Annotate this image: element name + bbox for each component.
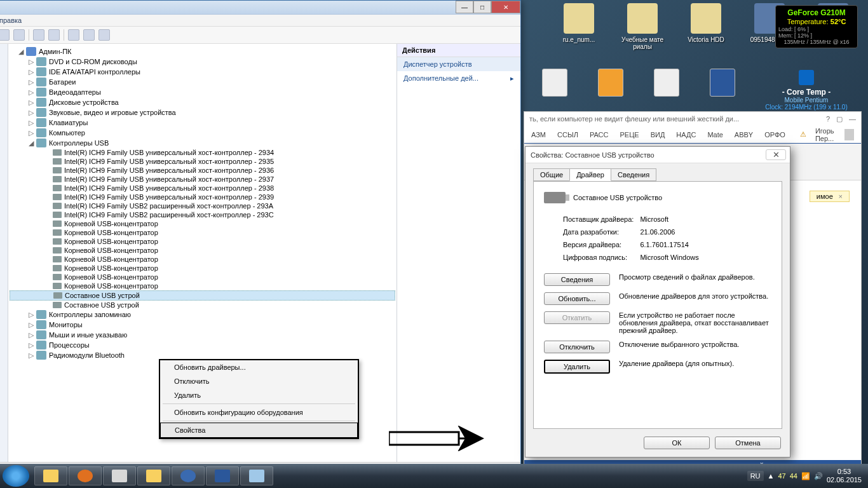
desktop-icon[interactable]: Учебные материалы bbox=[620, 3, 665, 50]
tree-item[interactable]: ◢Админ-ПК bbox=[10, 46, 395, 57]
taskbar-firefox[interactable] bbox=[69, 466, 102, 485]
taskbar-folder[interactable] bbox=[137, 466, 170, 485]
ribbon-tab[interactable]: АЗМ bbox=[528, 131, 549, 139]
minimize-icon[interactable]: — bbox=[849, 115, 856, 123]
tree-item[interactable]: ▷DVD и CD-ROM дисководы bbox=[10, 57, 395, 67]
context-menu-item[interactable]: Обновить конфигурацию оборудования bbox=[160, 405, 358, 419]
help-icon[interactable]: ? bbox=[826, 115, 830, 123]
tree-item[interactable]: Корневой USB-концентратор bbox=[10, 237, 395, 246]
tree-item[interactable]: ▷Процессоры bbox=[10, 340, 395, 350]
tree-item[interactable]: Корневой USB-концентратор bbox=[10, 273, 395, 281]
taskbar-word[interactable] bbox=[206, 466, 239, 485]
tree-item[interactable]: Корневой USB-концентратор bbox=[10, 281, 395, 290]
dialog-titlebar[interactable]: Свойства: Составное USB устройство ✕ bbox=[526, 147, 790, 163]
avatar[interactable] bbox=[844, 129, 854, 140]
tree-item[interactable]: Корневой USB-концентратор bbox=[10, 228, 395, 237]
start-button[interactable] bbox=[3, 465, 29, 487]
tree-item[interactable]: ▷Батареи bbox=[10, 77, 395, 87]
tree-item[interactable]: Intel(R) ICH9 Family USB2 расширенный хо… bbox=[10, 210, 395, 219]
dialog-tab[interactable]: Сведения bbox=[611, 168, 656, 181]
driver-action-button[interactable]: Удалить bbox=[544, 360, 610, 374]
tree-item[interactable]: ▷Контроллеры запоминаю bbox=[10, 309, 395, 320]
maximize-button[interactable]: □ bbox=[473, 1, 491, 13]
tray-lang[interactable]: RU bbox=[747, 471, 764, 481]
tree-item[interactable]: Intel(R) ICH9 Family USB2 расширенный хо… bbox=[10, 201, 395, 210]
driver-action-button[interactable]: Откатить bbox=[544, 311, 610, 324]
tree-item[interactable]: ▷Звуковые, видео и игровые устройства bbox=[10, 107, 395, 118]
window-titlebar[interactable]: — □ ✕ bbox=[0, 1, 520, 15]
tray-flag-icon[interactable]: ▲ bbox=[768, 472, 775, 480]
taskbar-explorer[interactable] bbox=[34, 466, 67, 485]
close-button[interactable]: ✕ bbox=[491, 1, 520, 13]
dialog-tab[interactable]: Общие bbox=[533, 168, 570, 181]
context-menu-item[interactable]: Обновить драйверы... bbox=[160, 360, 358, 374]
tree-item[interactable]: Корневой USB-концентратор bbox=[10, 255, 395, 264]
file-icon[interactable] bbox=[705, 69, 740, 104]
driver-action-button[interactable]: Сведения bbox=[544, 273, 610, 286]
tree-item[interactable]: Корневой USB-концентратор bbox=[10, 219, 395, 228]
file-icon[interactable] bbox=[649, 69, 684, 104]
driver-action-desc: Отключение выбранного устройства. bbox=[619, 341, 771, 348]
context-menu-item[interactable]: Свойства bbox=[160, 423, 358, 438]
tree-item[interactable]: Intel(R) ICH9 Family USB универсальный х… bbox=[10, 193, 395, 201]
tree-item[interactable]: ◢Контроллеры USB bbox=[10, 138, 395, 148]
tray-volume-icon[interactable]: 🔊 bbox=[814, 472, 823, 480]
tree-item[interactable]: ▷Мониторы bbox=[10, 320, 395, 330]
tray-network-icon[interactable]: 📶 bbox=[801, 472, 810, 480]
gpu-clock: 135MHz / 135MHz @ x16 bbox=[778, 39, 855, 45]
toolbar-fwd-icon[interactable] bbox=[13, 29, 25, 41]
ribbon-toggle-icon[interactable]: ▢ bbox=[836, 115, 843, 123]
tree-item[interactable]: Составное USB устрой bbox=[10, 301, 395, 309]
taskbar-paint[interactable] bbox=[103, 466, 136, 485]
tray-clock[interactable]: 0:53 02.06.2015 bbox=[827, 468, 862, 484]
driver-action-button[interactable]: Обновить... bbox=[544, 292, 610, 305]
desktop-icon[interactable]: ru.e_num... bbox=[557, 3, 601, 50]
toolbar-back-icon[interactable] bbox=[0, 29, 10, 41]
ribbon-tab[interactable]: РАСС bbox=[587, 131, 612, 139]
tree-item[interactable]: Intel(R) ICH9 Family USB универсальный х… bbox=[10, 175, 395, 184]
cancel-button[interactable]: Отмена bbox=[715, 437, 781, 449]
tree-item[interactable]: ▷IDE ATA/ATAPI контроллеры bbox=[10, 67, 395, 77]
file-icon[interactable] bbox=[593, 69, 628, 104]
tree-item[interactable]: Составное USB устрой bbox=[10, 290, 395, 301]
file-icon[interactable] bbox=[538, 69, 572, 104]
toolbar-update-icon[interactable] bbox=[83, 29, 95, 41]
tree-item[interactable]: Intel(R) ICH9 Family USB универсальный х… bbox=[10, 184, 395, 193]
word-user[interactable]: Игорь Пер... bbox=[812, 127, 842, 142]
toolbar-refresh-icon[interactable] bbox=[68, 29, 79, 41]
tree-item[interactable]: Intel(R) ICH9 Family USB универсальный х… bbox=[10, 148, 395, 157]
tree-item[interactable]: ▷Клавиатуры bbox=[10, 118, 395, 128]
minimize-button[interactable]: — bbox=[456, 1, 473, 13]
taskbar-thunderbird[interactable] bbox=[172, 466, 205, 485]
ribbon-tab[interactable]: ОРФО bbox=[761, 131, 789, 139]
ribbon-tab[interactable]: ABBY bbox=[731, 131, 756, 139]
driver-action-button[interactable]: Отключить bbox=[544, 341, 610, 353]
desktop-icon[interactable]: Victoria HDD bbox=[684, 3, 728, 50]
device-icon bbox=[53, 194, 62, 200]
tree-item[interactable]: ▷Компьютер bbox=[10, 128, 395, 138]
ribbon-tab[interactable]: ССЫЛ bbox=[554, 131, 581, 139]
tree-item[interactable]: ▷Мыши и иные указываю bbox=[10, 330, 395, 340]
menu-bar[interactable]: правка bbox=[0, 15, 520, 27]
toolbar-list-icon[interactable] bbox=[48, 29, 60, 41]
ribbon-tab[interactable]: НАДС bbox=[673, 131, 699, 139]
ok-button[interactable]: ОК bbox=[644, 437, 710, 449]
ribbon-tab[interactable]: РЕЦЕ bbox=[616, 131, 642, 139]
context-menu-item[interactable]: Отключить bbox=[160, 374, 358, 388]
ribbon-tab[interactable]: Mate bbox=[704, 131, 726, 139]
context-menu-item[interactable]: Удалить bbox=[160, 388, 358, 402]
close-button[interactable]: ✕ bbox=[766, 149, 786, 160]
tree-item[interactable]: Корневой USB-концентратор bbox=[10, 246, 395, 255]
toolbar-remove-icon[interactable] bbox=[98, 29, 110, 41]
tree-item[interactable]: Intel(R) ICH9 Family USB универсальный х… bbox=[10, 157, 395, 166]
ribbon-tab[interactable]: ВИД bbox=[648, 131, 668, 139]
actions-item[interactable]: Диспетчер устройств bbox=[397, 57, 520, 71]
toolbar-monitor-icon[interactable] bbox=[33, 29, 44, 41]
tree-item[interactable]: Корневой USB-концентратор bbox=[10, 264, 395, 273]
tree-item[interactable]: ▷Видеоадаптеры bbox=[10, 87, 395, 97]
tree-item[interactable]: Intel(R) ICH9 Family USB универсальный х… bbox=[10, 166, 395, 175]
actions-item[interactable]: Дополнительные дей... ▸ bbox=[397, 71, 520, 85]
dialog-tab[interactable]: Драйвер bbox=[569, 168, 611, 181]
tree-item[interactable]: ▷Дисковые устройства bbox=[10, 97, 395, 107]
taskbar-devmgr[interactable] bbox=[240, 466, 273, 485]
